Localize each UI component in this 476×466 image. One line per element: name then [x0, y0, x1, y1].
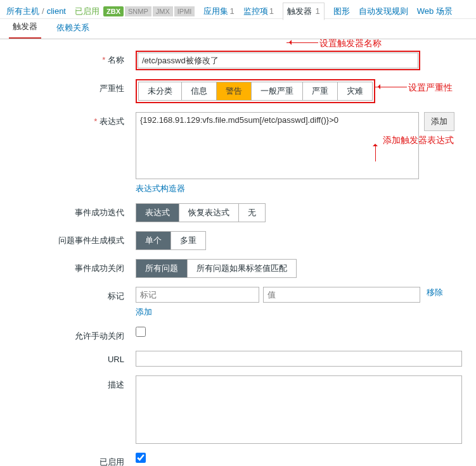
label-name: 名称 [9, 51, 136, 66]
subtab-trigger[interactable]: 触发器 [9, 16, 41, 39]
label-tags: 标记 [9, 287, 136, 302]
zbx-badge: ZBX [103, 6, 124, 16]
host-breadcrumb-bar: 所有主机 / client 已启用 ZBX SNMP JMX IPMI 应用集1… [0, 0, 476, 19]
enabled-checkbox[interactable] [136, 453, 146, 463]
url-input[interactable] [136, 351, 462, 367]
ok-iter-recovery[interactable]: 恢复表达式 [179, 204, 238, 222]
label-ok-iteration: 事件成功迭代 [9, 203, 136, 218]
problem-mode-single[interactable]: 单个 [136, 232, 170, 249]
ok-iter-segmented: 表达式 恢复表达式 无 [136, 203, 266, 222]
trigger-subtabs: 触发器 依赖关系 [0, 19, 476, 39]
expression-constructor-link[interactable]: 表达式构造器 [136, 184, 185, 193]
all-hosts-link[interactable]: 所有主机 [6, 6, 39, 17]
label-allow-manual: 允许手动关闭 [9, 327, 136, 342]
tab-items-count: 1 [269, 6, 274, 16]
annotation-name: 设置触发器名称 [319, 38, 382, 49]
severity-information[interactable]: 信息 [182, 82, 217, 101]
name-highlight-box [136, 51, 420, 70]
problem-mode-multiple[interactable]: 多重 [170, 232, 205, 249]
add-expression-button[interactable]: 添加 [424, 112, 454, 131]
ok-iter-none[interactable]: 无 [238, 204, 265, 222]
trigger-form: 名称 设置触发器名称 严重性 未分类 信息 警告 一般严重 严重 灾难 设置严重… [0, 39, 476, 466]
severity-not-classified[interactable]: 未分类 [138, 82, 182, 101]
severity-high[interactable]: 严重 [303, 82, 338, 101]
tab-discovery[interactable]: 自动发现规则 [359, 6, 408, 17]
severity-average[interactable]: 一般严重 [252, 82, 303, 101]
subtab-dependencies[interactable]: 依赖关系 [53, 17, 93, 39]
severity-warning[interactable]: 警告 [217, 82, 252, 101]
tab-web[interactable]: Web 场景 [417, 6, 453, 17]
breadcrumb-sep: / [42, 6, 44, 16]
snmp-badge: SNMP [125, 6, 151, 16]
problem-mode-segmented: 单个 多重 [136, 231, 206, 250]
tab-applications-count: 1 [229, 6, 234, 16]
tab-applications[interactable]: 应用集 [203, 6, 228, 17]
tag-name-input[interactable] [136, 287, 259, 303]
ok-close-segmented: 所有问题 所有问题如果标签值匹配 [136, 259, 297, 278]
label-enabled: 已启用 [9, 453, 136, 466]
label-problem-mode: 问题事件生成模式 [9, 231, 136, 246]
label-url: URL [9, 351, 136, 364]
expression-textarea[interactable]: {192.168.91.129:vfs.file.md5sum[/etc/pas… [136, 112, 419, 179]
ok-close-tagmatch[interactable]: 所有问题如果标签值匹配 [187, 260, 296, 277]
tag-remove-link[interactable]: 移除 [427, 287, 443, 298]
allow-manual-checkbox[interactable] [136, 327, 146, 337]
name-input[interactable] [138, 53, 418, 68]
host-link[interactable]: client [47, 6, 66, 16]
description-textarea[interactable] [136, 375, 462, 444]
tab-items[interactable]: 监控项 [243, 6, 268, 17]
status-enabled: 已启用 [75, 6, 100, 17]
tag-add-link[interactable]: 添加 [136, 307, 152, 317]
severity-segmented: 未分类 信息 警告 一般严重 严重 灾难 [138, 82, 373, 101]
ok-close-all[interactable]: 所有问题 [136, 260, 187, 277]
label-description: 描述 [9, 375, 136, 391]
label-ok-close: 事件成功关闭 [9, 259, 136, 274]
label-expression: 表达式 [9, 112, 136, 127]
label-severity: 严重性 [9, 79, 136, 94]
tab-triggers[interactable]: 触发器 1 [283, 3, 325, 20]
jmx-badge: JMX [153, 6, 173, 16]
ipmi-badge: IPMI [174, 6, 195, 16]
tag-value-input[interactable] [263, 287, 420, 303]
tab-graphs[interactable]: 图形 [333, 6, 350, 17]
severity-disaster[interactable]: 灾难 [338, 82, 373, 101]
severity-highlight-box: 未分类 信息 警告 一般严重 严重 灾难 [136, 79, 375, 103]
annotation-severity: 设置严重性 [408, 82, 453, 94]
ok-iter-expression[interactable]: 表达式 [136, 204, 179, 222]
